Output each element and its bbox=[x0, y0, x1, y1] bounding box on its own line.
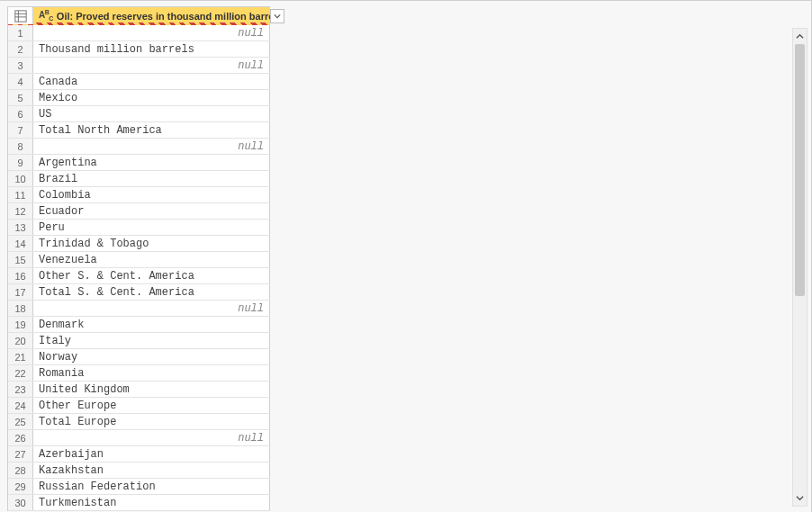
row-number[interactable]: 26 bbox=[8, 430, 33, 445]
row-number[interactable]: 5 bbox=[8, 90, 33, 105]
cell-value[interactable]: Denmark bbox=[33, 317, 270, 332]
cell-value[interactable]: Mexico bbox=[33, 90, 270, 105]
table-row[interactable]: 25Total Europe bbox=[8, 414, 270, 430]
row-number[interactable]: 28 bbox=[8, 463, 33, 478]
table-row[interactable]: 14Trinidad & Tobago bbox=[8, 236, 270, 252]
cell-value[interactable]: Russian Federation bbox=[33, 479, 270, 494]
table-row[interactable]: 30Turkmenistan bbox=[8, 495, 270, 511]
table-row[interactable]: 1null bbox=[8, 25, 270, 41]
row-number[interactable]: 2 bbox=[8, 41, 33, 57]
column-header[interactable]: ABC Oil: Proved reserves in thousand mil… bbox=[33, 7, 286, 24]
table-row[interactable]: 16Other S. & Cent. America bbox=[8, 268, 270, 284]
cell-value[interactable]: Thousand million barrels bbox=[33, 41, 270, 57]
row-number[interactable]: 13 bbox=[8, 220, 33, 235]
cell-value[interactable]: Norway bbox=[33, 349, 270, 364]
cell-value[interactable]: Venezuela bbox=[33, 252, 270, 267]
table-row[interactable]: 20Italy bbox=[8, 333, 270, 349]
table-row[interactable]: 29Russian Federation bbox=[8, 479, 270, 495]
cell-value[interactable]: Total North America bbox=[33, 122, 270, 138]
table-row[interactable]: 3null bbox=[8, 58, 270, 74]
cell-value[interactable]: Other Europe bbox=[33, 398, 270, 413]
table-row[interactable]: 12Ecuador bbox=[8, 203, 270, 220]
table-row[interactable]: 28Kazakhstan bbox=[8, 463, 270, 479]
row-number[interactable]: 10 bbox=[8, 171, 33, 186]
scroll-thumb[interactable] bbox=[795, 44, 805, 296]
table-row[interactable]: 9Argentina bbox=[8, 155, 270, 171]
table-row[interactable]: 5Mexico bbox=[8, 90, 270, 106]
table-row[interactable]: 2Thousand million barrels bbox=[8, 41, 270, 58]
scroll-down-button[interactable] bbox=[793, 490, 807, 506]
cell-value[interactable]: Argentina bbox=[33, 155, 270, 170]
row-number[interactable]: 23 bbox=[8, 382, 33, 397]
table-row[interactable]: 19Denmark bbox=[8, 317, 270, 333]
cell-value[interactable]: United Kingdom bbox=[33, 382, 270, 397]
table-row[interactable]: 27Azerbaijan bbox=[8, 446, 270, 463]
cell-value[interactable]: Trinidad & Tobago bbox=[33, 236, 270, 251]
cell-value[interactable]: Azerbaijan bbox=[33, 446, 270, 462]
cell-value[interactable]: Total S. & Cent. America bbox=[33, 284, 270, 300]
row-number[interactable]: 6 bbox=[8, 106, 33, 121]
select-all-corner[interactable] bbox=[8, 7, 33, 24]
table-row[interactable]: 6US bbox=[8, 106, 270, 122]
row-number[interactable]: 17 bbox=[8, 284, 33, 300]
table-row[interactable]: 13Peru bbox=[8, 220, 270, 236]
cell-value[interactable]: null bbox=[33, 430, 270, 445]
table-row[interactable]: 11Colombia bbox=[8, 187, 270, 203]
cell-value[interactable]: Turkmenistan bbox=[33, 495, 270, 510]
row-number[interactable]: 24 bbox=[8, 398, 33, 413]
scroll-up-button[interactable] bbox=[793, 29, 807, 44]
cell-value[interactable]: Brazil bbox=[33, 171, 270, 186]
table-row[interactable]: 4Canada bbox=[8, 74, 270, 90]
cell-value[interactable]: Kazakhstan bbox=[33, 463, 270, 478]
table-row[interactable]: 10Brazil bbox=[8, 171, 270, 187]
table-row[interactable]: 15Venezuela bbox=[8, 252, 270, 268]
cell-value[interactable]: Ecuador bbox=[33, 203, 270, 219]
cell-value[interactable]: Romania bbox=[33, 365, 270, 381]
cell-value[interactable]: Peru bbox=[33, 220, 270, 235]
row-number[interactable]: 18 bbox=[8, 301, 33, 316]
table-row[interactable]: 8null bbox=[8, 139, 270, 155]
cell-value[interactable]: Italy bbox=[33, 333, 270, 348]
table-row[interactable]: 23United Kingdom bbox=[8, 382, 270, 398]
row-number[interactable]: 11 bbox=[8, 187, 33, 202]
row-number[interactable]: 15 bbox=[8, 252, 33, 267]
cell-value[interactable]: null bbox=[33, 301, 270, 316]
row-number[interactable]: 25 bbox=[8, 414, 33, 429]
row-number[interactable]: 4 bbox=[8, 74, 33, 89]
vertical-scrollbar[interactable] bbox=[792, 28, 807, 507]
table-row[interactable]: 24Other Europe bbox=[8, 398, 270, 414]
row-number[interactable]: 14 bbox=[8, 236, 33, 251]
rows-container: 1null2Thousand million barrels3null4Cana… bbox=[8, 25, 270, 511]
row-number[interactable]: 1 bbox=[8, 25, 33, 40]
table-row[interactable]: 18null bbox=[8, 301, 270, 317]
row-number[interactable]: 8 bbox=[8, 139, 33, 154]
row-number[interactable]: 20 bbox=[8, 333, 33, 348]
row-number[interactable]: 16 bbox=[8, 268, 33, 283]
row-number[interactable]: 27 bbox=[8, 446, 33, 462]
cell-value[interactable]: Other S. & Cent. America bbox=[33, 268, 270, 283]
row-number[interactable]: 21 bbox=[8, 349, 33, 364]
row-number[interactable]: 9 bbox=[8, 155, 33, 170]
table-row[interactable]: 21Norway bbox=[8, 349, 270, 365]
cell-value[interactable]: null bbox=[33, 58, 270, 73]
column-filter-dropdown[interactable] bbox=[270, 9, 284, 23]
table-row[interactable]: 7Total North America bbox=[8, 122, 270, 139]
cell-value[interactable]: Colombia bbox=[33, 187, 270, 202]
row-number[interactable]: 19 bbox=[8, 317, 33, 332]
row-number[interactable]: 7 bbox=[8, 122, 33, 138]
row-number[interactable]: 29 bbox=[8, 479, 33, 494]
chevron-down-icon bbox=[796, 494, 804, 502]
table-row[interactable]: 26null bbox=[8, 430, 270, 446]
row-number[interactable]: 22 bbox=[8, 365, 33, 381]
cell-value[interactable]: US bbox=[33, 106, 270, 121]
row-number[interactable]: 3 bbox=[8, 58, 33, 73]
cell-value[interactable]: null bbox=[33, 25, 270, 40]
row-number[interactable]: 12 bbox=[8, 203, 33, 219]
scroll-track[interactable] bbox=[793, 44, 807, 490]
cell-value[interactable]: Canada bbox=[33, 74, 270, 89]
cell-value[interactable]: Total Europe bbox=[33, 414, 270, 429]
table-row[interactable]: 22Romania bbox=[8, 365, 270, 382]
row-number[interactable]: 30 bbox=[8, 495, 33, 510]
table-row[interactable]: 17Total S. & Cent. America bbox=[8, 284, 270, 301]
cell-value[interactable]: null bbox=[33, 139, 270, 154]
